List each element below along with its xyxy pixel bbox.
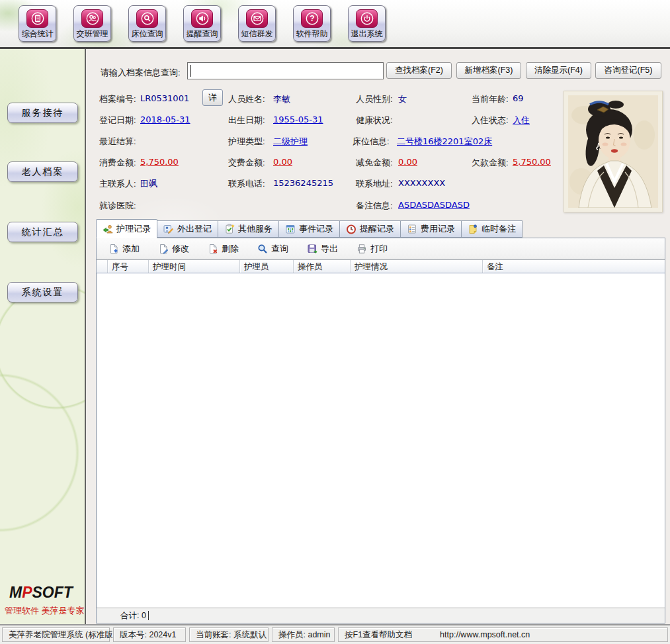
toolbar-button-label: 交班管理 (77, 30, 108, 38)
sidebar: 服务接待 老人档案 统计汇总 系统设置 MPSOFT 管理软件 美萍是专家 (0, 49, 86, 624)
find-file-button[interactable]: 查找档案(F2) (386, 62, 452, 79)
tab-care-record[interactable]: 护理记录 (96, 219, 157, 238)
fee-record-icon (407, 224, 417, 234)
query-button[interactable]: 查询 (253, 241, 292, 257)
field-label: 床位信息: (353, 136, 390, 148)
field-value-discount: 0.00 (398, 157, 417, 167)
field-label: 联系电话: (228, 178, 265, 190)
table-header: 序号 护理时间 护理员 操作员 护理情况 备注 (97, 259, 665, 273)
column-header-care-detail[interactable]: 护理情况 (351, 260, 483, 273)
total-label: 合计: 0 (120, 610, 146, 621)
edit-icon (158, 244, 169, 254)
delete-icon (208, 244, 218, 254)
field-label: 交费金额: (228, 157, 265, 169)
column-header-carer[interactable]: 护理员 (240, 260, 294, 273)
tab-temp-note[interactable]: 临时备注 (462, 220, 523, 238)
field-label: 出生日期: (228, 115, 265, 126)
status-account-set: 当前账套: 系统默认 (189, 627, 269, 642)
field-label: 健康状况: (356, 115, 393, 126)
field-label: 档案编号: (99, 93, 136, 105)
new-file-button[interactable]: 新增档案(F3) (456, 62, 521, 79)
sidebar-item-service-reception[interactable]: 服务接待 (7, 103, 78, 123)
column-header-seq[interactable]: 序号 (108, 260, 149, 273)
field-value-age: 69 (513, 93, 524, 103)
column-header-selector[interactable] (97, 260, 108, 273)
status-help-and-url: 按F1查看帮助文档 http://www.mpsoft.net.cn (338, 627, 668, 642)
field-value-remark[interactable]: ASDASDASDASD (398, 200, 470, 210)
toolbar-button-sms[interactable]: 短信群发 (238, 5, 276, 42)
toolbar-button-bed-search[interactable]: 床位查询 (128, 5, 166, 42)
tab-outing-register[interactable]: 外出登记 (157, 220, 218, 238)
print-icon (356, 244, 367, 254)
toolbar-button-shift[interactable]: 交班管理 (73, 5, 111, 42)
tab-remind-record[interactable]: 提醒记录 (340, 220, 401, 238)
field-value-status[interactable]: 入住 (513, 115, 530, 126)
tab-label: 费用记录 (421, 223, 455, 235)
mpsoft-logo: MPSOFT (9, 584, 73, 602)
field-label: 备注信息: (356, 200, 393, 212)
column-header-remark[interactable]: 备注 (483, 260, 665, 273)
consult-register-button[interactable]: 咨询登记(F5) (595, 62, 661, 79)
reminder-icon (191, 9, 213, 28)
status-help-hint: 按F1查看帮助文档 (345, 629, 412, 641)
main-content: 请输入档案信息查询: 查找档案(F2) 新增档案(F3) 清除显示(F4) 咨询… (86, 49, 670, 624)
field-label: 减免金额: (356, 157, 393, 169)
search-input[interactable] (187, 62, 384, 79)
tab-other-service[interactable]: 其他服务 (218, 220, 279, 238)
remind-record-icon (346, 224, 356, 234)
toolbar-button-exit[interactable]: 退出系统 (348, 5, 386, 42)
sidebar-item-statistics[interactable]: 统计汇总 (7, 222, 78, 242)
text-caret (190, 65, 191, 77)
table-total-bar: 合计: 0 (97, 608, 665, 623)
sidebar-item-elder-files[interactable]: 老人档案 (7, 161, 78, 182)
field-value-contact: 田飒 (140, 178, 157, 190)
event-record-icon (285, 224, 296, 234)
field-label: 欠款金额: (472, 157, 509, 169)
sidebar-item-system-settings[interactable]: 系统设置 (7, 282, 78, 302)
field-label: 当前年龄: (472, 93, 509, 105)
field-value-debt: 5,750.00 (513, 157, 551, 167)
export-icon (307, 244, 317, 254)
status-website-link[interactable]: http://www.mpsoft.net.cn (440, 630, 530, 639)
care-record-icon (103, 224, 113, 234)
query-icon (257, 244, 268, 254)
add-button[interactable]: 添加 (105, 241, 144, 257)
field-value-reg-date[interactable]: 2018-05-31 (140, 115, 190, 124)
column-header-care-time[interactable]: 护理时间 (149, 260, 240, 273)
tab-label: 提醒记录 (360, 223, 394, 235)
action-label: 删除 (222, 243, 239, 255)
toolbar-button-help[interactable]: ? 软件帮助 (293, 5, 331, 42)
other-service-icon (224, 224, 235, 234)
toolbar-button-label: 短信群发 (241, 30, 273, 38)
action-label: 打印 (370, 243, 388, 255)
toolbar-button-reminder[interactable]: 提醒查询 (183, 5, 221, 42)
toolbar-button-stats[interactable]: 综合统计 (19, 5, 56, 42)
action-label: 导出 (321, 243, 338, 255)
field-value-consume: 5,750.00 (140, 157, 179, 167)
detail-button[interactable]: 详 (202, 89, 223, 106)
shift-icon (81, 9, 103, 28)
field-value-file-no: LR0531001 (140, 93, 189, 103)
tab-event-record[interactable]: 事件记录 (279, 220, 340, 238)
edit-button[interactable]: 修改 (154, 241, 193, 257)
clear-display-button[interactable]: 清除显示(F4) (526, 62, 591, 79)
delete-button[interactable]: 删除 (204, 241, 243, 257)
tab-fee-record[interactable]: 费用记录 (401, 220, 462, 238)
field-value-care-type[interactable]: 二级护理 (273, 136, 308, 148)
record-toolbar: 添加 修改 删除 (97, 238, 665, 259)
field-value-birth-date[interactable]: 1955-05-31 (273, 115, 323, 124)
tab-label: 外出登记 (177, 223, 212, 235)
status-bar: 美萍养老院管理系统 (标准版) 版本号: 2024v1 当前账套: 系统默认 操… (0, 624, 670, 644)
print-button[interactable]: 打印 (353, 241, 392, 257)
field-label: 就诊医院: (99, 200, 136, 212)
field-value-bed-info[interactable]: 二号楼16楼2201室02床 (397, 136, 492, 148)
bed-search-icon (136, 9, 158, 28)
status-operator: 操作员: admin (272, 627, 335, 642)
action-label: 查询 (271, 243, 288, 255)
column-header-operator[interactable]: 操作员 (294, 260, 351, 273)
text-caret (148, 611, 149, 620)
field-label: 最近结算: (99, 136, 136, 148)
action-label: 添加 (122, 243, 140, 255)
export-button[interactable]: 导出 (303, 241, 342, 257)
toolbar-button-label: 床位查询 (132, 30, 163, 38)
